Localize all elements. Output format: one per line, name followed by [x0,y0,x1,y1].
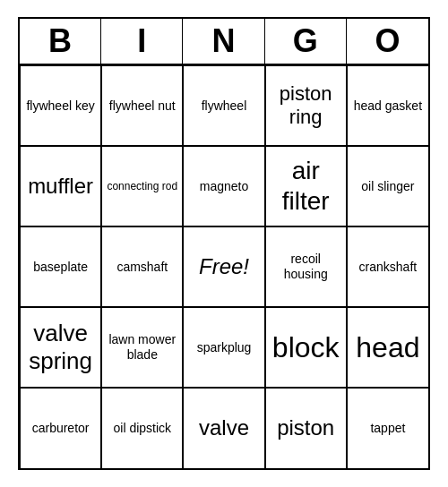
cell-text: tappet [370,421,405,436]
bingo-cell: block [265,307,347,388]
cell-text: sparkplug [197,340,252,355]
bingo-cell: crankshaft [347,226,428,307]
cell-text: baseplate [33,260,88,275]
header-letter: I [101,19,183,64]
cell-text: oil dipstick [113,421,171,436]
bingo-cell: Free! [183,226,264,307]
cell-text: crankshaft [359,260,418,275]
bingo-cell: lawn mower blade [101,307,183,388]
cell-text: piston ring [270,82,342,130]
bingo-cell: head [347,307,428,388]
bingo-cell: baseplate [20,226,101,307]
header-letter: O [347,19,428,64]
bingo-cell: air filter [265,146,347,226]
cell-text: valve spring [24,320,97,375]
bingo-cell: sparkplug [183,307,264,388]
cell-text: carburetor [32,421,90,436]
bingo-cell: muffler [20,146,101,226]
bingo-card: BINGO flywheel keyflywheel nutflywheelpi… [18,17,430,470]
bingo-cell: oil slinger [347,146,428,226]
cell-text: flywheel key [26,98,94,114]
cell-text: oil slinger [361,179,414,194]
cell-text: valve [199,415,249,441]
bingo-cell: oil dipstick [101,388,183,468]
bingo-cell: piston [265,388,347,468]
bingo-cell: head gasket [347,65,428,146]
cell-text: head gasket [354,98,422,114]
cell-text: camshaft [116,260,168,275]
header-letter: G [265,19,347,64]
cell-text: Free! [199,254,249,280]
header-letter: N [183,19,264,64]
cell-text: flywheel [202,98,247,114]
cell-text: flywheel nut [109,98,176,114]
bingo-header: BINGO [20,19,428,65]
bingo-grid: flywheel keyflywheel nutflywheelpiston r… [20,65,428,468]
cell-text: head [356,330,419,364]
cell-text: connecting rod [107,180,177,192]
bingo-cell: tappet [347,388,428,468]
cell-text: piston [277,415,334,441]
bingo-cell: valve spring [20,307,101,388]
cell-text: muffler [28,174,93,200]
bingo-cell: flywheel key [20,65,101,146]
header-letter: B [20,19,101,64]
cell-text: air filter [270,156,342,216]
bingo-cell: carburetor [20,388,101,468]
bingo-cell: valve [183,388,264,468]
cell-text: recoil housing [270,252,342,282]
bingo-cell: connecting rod [101,146,183,226]
cell-text: magneto [200,179,248,194]
bingo-cell: magneto [183,146,264,226]
bingo-cell: flywheel nut [101,65,183,146]
bingo-cell: piston ring [265,65,347,146]
bingo-cell: recoil housing [265,226,347,307]
cell-text: lawn mower blade [106,332,178,363]
bingo-cell: flywheel [183,65,264,146]
bingo-cell: camshaft [101,226,183,307]
cell-text: block [272,330,340,364]
